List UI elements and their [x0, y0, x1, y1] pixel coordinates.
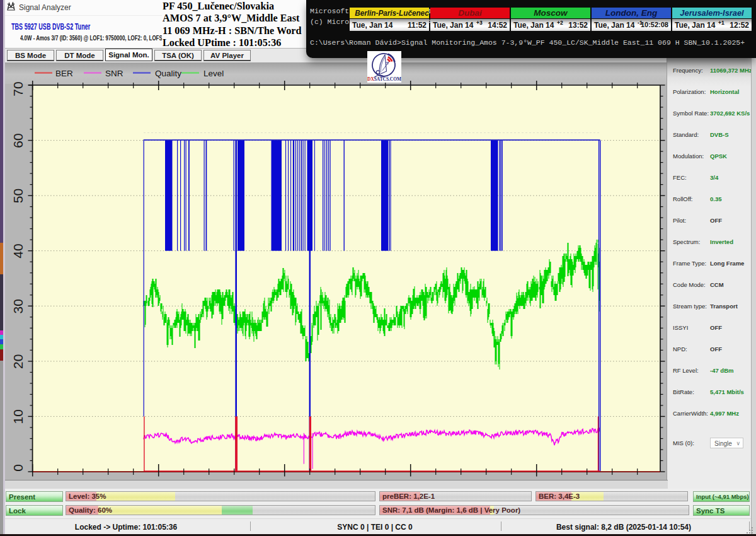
svg-text:BER: BER	[55, 69, 73, 78]
svg-text:SNR: SNR	[105, 69, 123, 78]
svg-text:60: 60	[11, 133, 25, 148]
svg-text:70: 70	[11, 81, 25, 96]
svg-text:Level: Level	[203, 69, 224, 78]
svg-text:10: 10	[11, 409, 25, 424]
svg-text:Quality: Quality	[155, 69, 181, 78]
svg-text:0: 0	[11, 464, 25, 472]
svg-text:20: 20	[11, 354, 25, 369]
svg-text:30: 30	[11, 299, 25, 313]
svg-text:40: 40	[11, 243, 25, 258]
svg-text:DXSATCS.COM: DXSATCS.COM	[367, 76, 401, 82]
svg-text:50: 50	[11, 189, 25, 203]
